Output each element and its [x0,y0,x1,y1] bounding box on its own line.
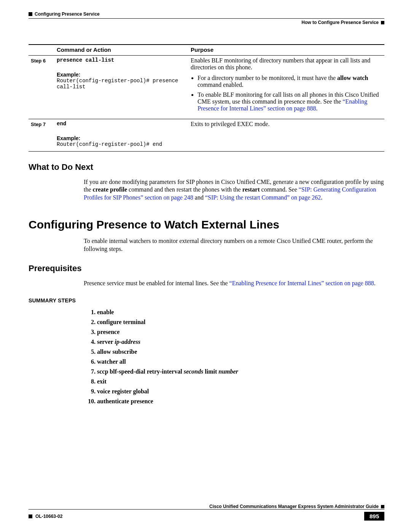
heading-summary-steps: SUMMARY STEPS [29,297,384,304]
example-code: Router(config-register-pool)# end [57,141,186,147]
example-label: Example: [57,72,186,78]
footer-doc-id: OL-10663-02 [35,514,62,519]
prereq-paragraph: Presence service must be enabled for int… [84,280,384,287]
footer-marker-icon [29,514,32,518]
list-item: server ip-address [97,339,384,345]
table-row: Step 7 end Example: Router(config-regist… [29,119,384,152]
summary-steps-list: enable configure terminal presence serve… [97,309,384,405]
list-item: presence [97,329,384,335]
command-code: end [57,121,186,127]
main-intro: To enable internal watchers to monitor e… [84,237,384,253]
col-purpose: Purpose [188,45,384,56]
step-label: Step 7 [29,119,54,152]
list-item: voice register global [97,388,384,395]
header-marker-icon [381,21,384,24]
purpose-bullet: To enable BLF monitoring for call lists … [198,91,382,112]
purpose-text: Enables BLF monitoring of directory numb… [191,57,382,71]
header-marker-icon [29,12,32,16]
col-command: Command or Action [54,45,188,56]
footer-page-number: 895 [364,512,384,521]
list-item: exit [97,378,384,385]
page-header: Configuring Presence Service [29,11,384,17]
step-label: Step 6 [29,56,54,119]
example-label: Example: [57,135,186,141]
list-item: sccp blf-speed-dial retry-interval secon… [97,368,384,375]
header-section: How to Configure Presence Service [301,20,379,25]
page-footer: Cisco Unified Communications Manager Exp… [29,504,384,521]
purpose-text: Exits to privileged EXEC mode. [191,121,382,128]
heading-main: Configuring Presence to Watch External L… [29,218,384,231]
list-item: watcher all [97,358,384,365]
cross-reference-link[interactable]: “Enabling Presence for Internal Lines” s… [229,280,374,286]
table-row: Step 6 presence call-list Example: Route… [29,56,384,119]
footer-guide-title: Cisco Unified Communications Manager Exp… [29,504,381,509]
what-next-paragraph: If you are done modifying parameters for… [84,178,384,201]
list-item: enable [97,309,384,316]
command-table: Command or Action Purpose Step 6 presenc… [29,44,384,152]
header-chapter: Configuring Presence Service [35,11,100,17]
header-rule [29,18,384,19]
list-item: configure terminal [97,319,384,326]
command-code: presence call-list [57,57,186,63]
heading-what-next: What to Do Next [29,162,384,172]
heading-prerequisites: Prerequisites [29,264,384,273]
purpose-bullet: For a directory number to be monitored, … [198,75,382,88]
list-item: authenticate presence [97,398,384,405]
list-item: allow subscribe [97,348,384,355]
footer-marker-icon [381,505,384,508]
example-code: Router(config-register-pool)# presence c… [57,78,186,90]
cross-reference-link[interactable]: “SIP: Using the restart Command” on page… [205,194,321,201]
